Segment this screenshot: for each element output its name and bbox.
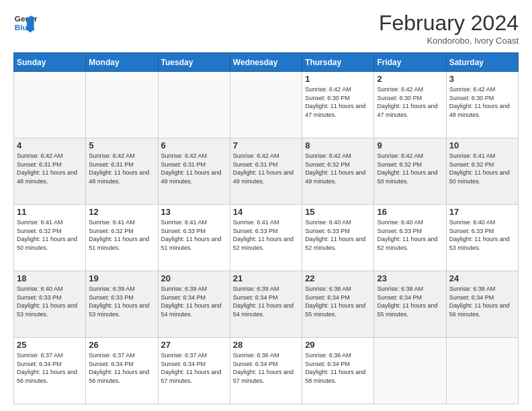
- calendar-cell: 5Sunrise: 6:42 AM Sunset: 6:31 PM Daylig…: [86, 138, 158, 205]
- calendar-cell: 19Sunrise: 6:39 AM Sunset: 6:33 PM Dayli…: [86, 271, 158, 338]
- calendar-cell: 10Sunrise: 6:41 AM Sunset: 6:32 PM Dayli…: [446, 138, 518, 205]
- weekday-header-saturday: Saturday: [446, 53, 518, 72]
- calendar-cell: 8Sunrise: 6:42 AM Sunset: 6:32 PM Daylig…: [302, 138, 374, 205]
- calendar-cell: 1Sunrise: 6:42 AM Sunset: 6:30 PM Daylig…: [302, 72, 374, 138]
- calendar-cell: 3Sunrise: 6:42 AM Sunset: 6:30 PM Daylig…: [446, 72, 518, 138]
- day-number: 8: [305, 140, 371, 150]
- month-title: February 2024: [379, 11, 519, 36]
- day-number: 21: [233, 273, 299, 283]
- calendar-cell: 12Sunrise: 6:41 AM Sunset: 6:32 PM Dayli…: [86, 205, 158, 271]
- day-info: Sunrise: 6:41 AM Sunset: 6:32 PM Dayligh…: [17, 218, 83, 252]
- day-number: 23: [377, 273, 443, 283]
- calendar-cell: [86, 72, 158, 138]
- title-area: February 2024 Kondorobo, Ivory Coast: [379, 11, 519, 46]
- day-info: Sunrise: 6:42 AM Sunset: 6:30 PM Dayligh…: [305, 85, 371, 119]
- calendar-cell: 27Sunrise: 6:37 AM Sunset: 6:34 PM Dayli…: [158, 338, 230, 404]
- day-info: Sunrise: 6:41 AM Sunset: 6:32 PM Dayligh…: [89, 218, 154, 252]
- calendar-cell: 29Sunrise: 6:36 AM Sunset: 6:34 PM Dayli…: [302, 338, 374, 404]
- day-info: Sunrise: 6:38 AM Sunset: 6:34 PM Dayligh…: [305, 285, 371, 318]
- day-number: 16: [377, 207, 443, 217]
- day-number: 10: [449, 140, 515, 150]
- weekday-header-thursday: Thursday: [302, 53, 374, 72]
- day-number: 3: [449, 74, 515, 84]
- logo: General Blue: [13, 11, 38, 35]
- calendar-cell: 28Sunrise: 6:36 AM Sunset: 6:34 PM Dayli…: [230, 338, 302, 404]
- calendar-cell: 17Sunrise: 6:40 AM Sunset: 6:33 PM Dayli…: [446, 205, 518, 271]
- calendar-cell: 18Sunrise: 6:40 AM Sunset: 6:33 PM Dayli…: [14, 271, 86, 338]
- calendar-cell: 15Sunrise: 6:40 AM Sunset: 6:33 PM Dayli…: [302, 205, 374, 271]
- day-number: 27: [161, 340, 227, 350]
- day-number: 17: [449, 207, 515, 217]
- day-number: 5: [89, 140, 154, 150]
- calendar-cell: [158, 72, 230, 138]
- day-number: 28: [233, 340, 299, 350]
- day-info: Sunrise: 6:41 AM Sunset: 6:33 PM Dayligh…: [161, 218, 227, 252]
- day-info: Sunrise: 6:37 AM Sunset: 6:34 PM Dayligh…: [17, 351, 83, 385]
- day-info: Sunrise: 6:40 AM Sunset: 6:33 PM Dayligh…: [17, 285, 83, 318]
- calendar-table: SundayMondayTuesdayWednesdayThursdayFrid…: [13, 52, 519, 404]
- day-info: Sunrise: 6:41 AM Sunset: 6:33 PM Dayligh…: [233, 218, 299, 252]
- calendar-cell: 20Sunrise: 6:39 AM Sunset: 6:34 PM Dayli…: [158, 271, 230, 338]
- day-number: 7: [233, 140, 299, 150]
- calendar-cell: 24Sunrise: 6:38 AM Sunset: 6:34 PM Dayli…: [446, 271, 518, 338]
- calendar-cell: 26Sunrise: 6:37 AM Sunset: 6:34 PM Dayli…: [86, 338, 158, 404]
- day-number: 19: [89, 273, 154, 283]
- day-number: 25: [17, 340, 83, 350]
- day-info: Sunrise: 6:39 AM Sunset: 6:34 PM Dayligh…: [161, 285, 227, 318]
- day-number: 29: [305, 340, 371, 350]
- calendar-cell: 14Sunrise: 6:41 AM Sunset: 6:33 PM Dayli…: [230, 205, 302, 271]
- day-info: Sunrise: 6:40 AM Sunset: 6:33 PM Dayligh…: [449, 218, 515, 252]
- day-number: 9: [377, 140, 443, 150]
- calendar-cell: [230, 72, 302, 138]
- weekday-header-friday: Friday: [374, 53, 446, 72]
- calendar-cell: 2Sunrise: 6:42 AM Sunset: 6:30 PM Daylig…: [374, 72, 446, 138]
- day-number: 1: [305, 74, 371, 84]
- calendar-cell: 6Sunrise: 6:42 AM Sunset: 6:31 PM Daylig…: [158, 138, 230, 205]
- day-info: Sunrise: 6:37 AM Sunset: 6:34 PM Dayligh…: [89, 351, 154, 385]
- day-info: Sunrise: 6:39 AM Sunset: 6:34 PM Dayligh…: [233, 285, 299, 318]
- weekday-header-row: SundayMondayTuesdayWednesdayThursdayFrid…: [14, 53, 519, 72]
- day-info: Sunrise: 6:36 AM Sunset: 6:34 PM Dayligh…: [233, 351, 299, 385]
- calendar-cell: 4Sunrise: 6:42 AM Sunset: 6:31 PM Daylig…: [14, 138, 86, 205]
- day-info: Sunrise: 6:38 AM Sunset: 6:34 PM Dayligh…: [377, 285, 443, 318]
- day-info: Sunrise: 6:42 AM Sunset: 6:32 PM Dayligh…: [305, 152, 371, 185]
- day-number: 26: [89, 340, 154, 350]
- day-info: Sunrise: 6:39 AM Sunset: 6:33 PM Dayligh…: [89, 285, 154, 318]
- day-number: 24: [449, 273, 515, 283]
- calendar-week-row: 18Sunrise: 6:40 AM Sunset: 6:33 PM Dayli…: [14, 271, 519, 338]
- calendar-cell: [446, 338, 518, 404]
- calendar-week-row: 4Sunrise: 6:42 AM Sunset: 6:31 PM Daylig…: [14, 138, 519, 205]
- weekday-header-wednesday: Wednesday: [230, 53, 302, 72]
- day-info: Sunrise: 6:36 AM Sunset: 6:34 PM Dayligh…: [305, 351, 371, 385]
- weekday-header-tuesday: Tuesday: [158, 53, 230, 72]
- day-info: Sunrise: 6:42 AM Sunset: 6:30 PM Dayligh…: [377, 85, 443, 119]
- day-info: Sunrise: 6:38 AM Sunset: 6:34 PM Dayligh…: [449, 285, 515, 318]
- day-info: Sunrise: 6:42 AM Sunset: 6:31 PM Dayligh…: [17, 152, 83, 185]
- calendar-week-row: 1Sunrise: 6:42 AM Sunset: 6:30 PM Daylig…: [14, 72, 519, 138]
- calendar-week-row: 25Sunrise: 6:37 AM Sunset: 6:34 PM Dayli…: [14, 338, 519, 404]
- day-info: Sunrise: 6:42 AM Sunset: 6:32 PM Dayligh…: [377, 152, 443, 185]
- day-info: Sunrise: 6:42 AM Sunset: 6:31 PM Dayligh…: [233, 152, 299, 185]
- calendar-cell: [14, 72, 86, 138]
- calendar-cell: 21Sunrise: 6:39 AM Sunset: 6:34 PM Dayli…: [230, 271, 302, 338]
- day-info: Sunrise: 6:42 AM Sunset: 6:30 PM Dayligh…: [449, 85, 515, 119]
- calendar-cell: 13Sunrise: 6:41 AM Sunset: 6:33 PM Dayli…: [158, 205, 230, 271]
- day-info: Sunrise: 6:42 AM Sunset: 6:31 PM Dayligh…: [89, 152, 154, 185]
- day-number: 22: [305, 273, 371, 283]
- day-number: 2: [377, 74, 443, 84]
- day-number: 14: [233, 207, 299, 217]
- day-number: 18: [17, 273, 83, 283]
- header: General Blue February 2024 Kondorobo, Iv…: [13, 11, 519, 46]
- weekday-header-sunday: Sunday: [14, 53, 86, 72]
- day-number: 13: [161, 207, 227, 217]
- calendar-cell: 11Sunrise: 6:41 AM Sunset: 6:32 PM Dayli…: [14, 205, 86, 271]
- day-number: 12: [89, 207, 154, 217]
- day-info: Sunrise: 6:42 AM Sunset: 6:31 PM Dayligh…: [161, 152, 227, 185]
- day-info: Sunrise: 6:40 AM Sunset: 6:33 PM Dayligh…: [305, 218, 371, 252]
- day-info: Sunrise: 6:37 AM Sunset: 6:34 PM Dayligh…: [161, 351, 227, 385]
- calendar-cell: 25Sunrise: 6:37 AM Sunset: 6:34 PM Dayli…: [14, 338, 86, 404]
- calendar-cell: 7Sunrise: 6:42 AM Sunset: 6:31 PM Daylig…: [230, 138, 302, 205]
- weekday-header-monday: Monday: [86, 53, 158, 72]
- day-number: 6: [161, 140, 227, 150]
- day-number: 20: [161, 273, 227, 283]
